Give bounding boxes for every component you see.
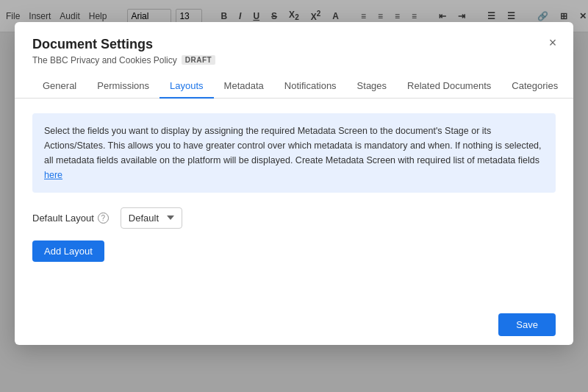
tab-general[interactable]: General (32, 74, 87, 98)
info-box: Select the fields you want to display by… (32, 113, 556, 192)
modal-doc-name: The BBC Privacy and Cookies Policy (32, 54, 177, 65)
modal-footer: Save (15, 304, 573, 344)
tab-categories[interactable]: Categories (501, 74, 568, 98)
save-button[interactable]: Save (498, 313, 556, 335)
tab-related-documents[interactable]: Related Documents (397, 74, 501, 98)
tab-layouts[interactable]: Layouts (159, 74, 214, 98)
modal-title: Document Settings (32, 36, 556, 51)
info-text: Select the fields you want to display by… (44, 125, 542, 165)
modal-header: Document Settings The BBC Privacy and Co… (15, 21, 573, 65)
modal-subtitle: The BBC Privacy and Cookies Policy DRAFT (32, 54, 556, 65)
default-layout-label: Default Layout ? (32, 212, 109, 223)
modal-tabs: General Permissions Layouts Metadata Not… (15, 74, 573, 98)
info-link[interactable]: here (44, 169, 62, 179)
default-layout-select[interactable]: Default (121, 207, 182, 228)
draft-badge: DRAFT (182, 55, 215, 65)
layout-select-wrapper: Default (121, 207, 556, 228)
tab-permissions[interactable]: Permissions (87, 74, 159, 98)
add-layout-button[interactable]: Add Layout (32, 240, 104, 261)
tab-notifications[interactable]: Notifications (274, 74, 347, 98)
modal-body: Select the fields you want to display by… (15, 98, 573, 304)
modal-close-button[interactable]: × (544, 33, 562, 51)
layout-row: Default Layout ? Default (32, 207, 556, 228)
tab-stages[interactable]: Stages (347, 74, 397, 98)
document-settings-modal: Document Settings The BBC Privacy and Co… (15, 21, 573, 344)
tab-metadata[interactable]: Metadata (214, 74, 274, 98)
help-icon[interactable]: ? (98, 212, 109, 223)
